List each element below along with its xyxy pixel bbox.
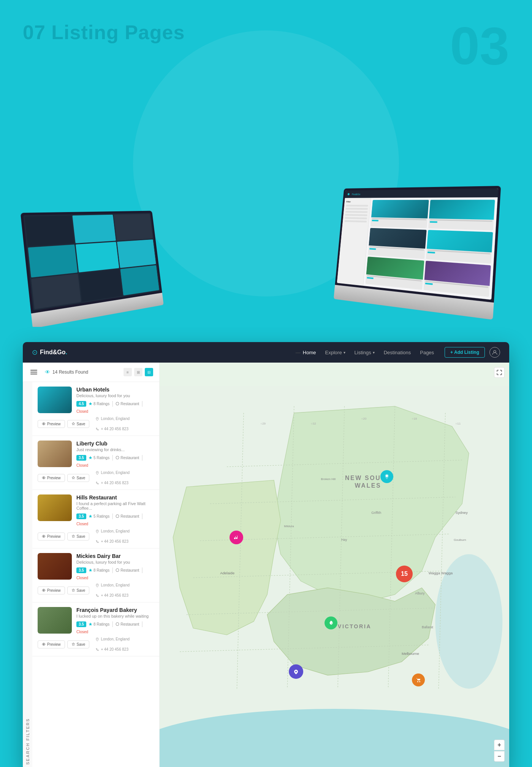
listing-description: Delicious, luxury food for you xyxy=(76,560,154,564)
svg-text:○11: ○11 xyxy=(455,422,461,425)
svg-text:Broken Hill: Broken Hill xyxy=(321,477,336,481)
map-svg: NEW SOUTH WALES VICTORIA Adelaide Melbou… xyxy=(160,363,509,767)
listing-thumbnail xyxy=(38,494,72,521)
listing-phone: + 44 20 456 823 xyxy=(95,593,128,597)
svg-text:○18: ○18 xyxy=(412,417,417,420)
listing-tags: 3.5 8 Ratings | Restaurant | Closed xyxy=(76,621,154,634)
mini-filter xyxy=(346,208,368,210)
listing-tags: 3.5 5 Ratings | Restaurant | Closed xyxy=(76,513,154,526)
listings-list: Urban Hotels Delicious, luxury food for … xyxy=(32,382,159,767)
save-button[interactable]: Save xyxy=(67,640,90,648)
svg-point-10 xyxy=(97,639,98,639)
listing-tags: 3.5 8 Ratings | Restaurant | Closed xyxy=(76,567,154,580)
page-number: 03 xyxy=(450,15,509,77)
listing-location: London, England xyxy=(95,471,130,475)
map-expand-button[interactable] xyxy=(494,367,505,378)
top-section: 07 Listing Pages 03 xyxy=(0,0,532,327)
mini-filter xyxy=(345,211,368,213)
zoom-in-button[interactable]: + xyxy=(494,740,505,750)
svg-point-1 xyxy=(43,423,44,425)
preview-button[interactable]: Preview xyxy=(38,532,65,540)
listing-category: Restaurant xyxy=(116,402,139,406)
listing-meta: London, England + 44 20 456 823 xyxy=(95,417,154,431)
app-nav: — Home Explore ▾ Listings ▾ Destinations… xyxy=(296,350,434,355)
filter-toggle-button[interactable] xyxy=(29,368,39,376)
logo-text[interactable]: Find&Go. xyxy=(40,349,67,356)
nav-pages[interactable]: Pages xyxy=(420,350,434,355)
list-view-icon[interactable]: ≡ xyxy=(124,368,132,376)
svg-text:Ballarat: Ballarat xyxy=(422,625,433,629)
listing-tags: 4.5 8 Ratings | Restaurant | Closed xyxy=(76,400,154,414)
screen-tile xyxy=(79,269,122,302)
listing-rating-count: 8 Ratings xyxy=(89,622,109,626)
listing-thumbnail xyxy=(38,441,72,467)
listing-description: I found a perfect parking all Five Watt … xyxy=(76,501,154,510)
svg-text:Goulburn: Goulburn xyxy=(454,538,466,542)
map-pin-teal[interactable] xyxy=(380,470,393,483)
grid-view-icon[interactable]: ⊞ xyxy=(134,368,142,376)
preview-button[interactable]: Preview xyxy=(38,420,65,428)
listing-phone: + 44 20 456 823 xyxy=(95,427,128,431)
map-pin-purple[interactable] xyxy=(289,664,303,679)
zoom-out-button[interactable]: − xyxy=(494,751,505,762)
svg-point-6 xyxy=(97,531,98,531)
svg-point-7 xyxy=(43,590,44,591)
add-listing-button[interactable]: + Add Listing xyxy=(445,347,485,358)
left-panel: 👁 14 Results Found ≡ ⊞ ⊟ Search Filters xyxy=(23,363,160,767)
results-badge: 👁 14 Results Found xyxy=(45,369,120,375)
map-pin-green[interactable] xyxy=(325,616,337,629)
save-button[interactable]: Save xyxy=(67,586,90,594)
listing-name: Hills Restaurant xyxy=(76,494,154,501)
results-count: 14 Results Found xyxy=(52,369,88,375)
screen-tile xyxy=(120,265,159,296)
app-header: ⊙ Find&Go. — Home Explore ▾ Listings ▾ xyxy=(23,342,509,363)
nav-destinations[interactable]: Destinations xyxy=(384,350,411,355)
laptop-left-device xyxy=(21,211,164,327)
map-toolbar xyxy=(494,367,505,378)
svg-point-9 xyxy=(43,644,44,645)
mini-dot xyxy=(348,193,350,195)
listing-tags: 3.5 5 Ratings | Restaurant | Closed xyxy=(76,454,154,467)
panel-toolbar: 👁 14 Results Found ≡ ⊞ ⊟ xyxy=(23,363,159,382)
listing-rating: 3.5 xyxy=(76,567,86,573)
map-pin-cluster-15[interactable]: 15 xyxy=(396,566,413,582)
svg-text:Albury: Albury xyxy=(415,591,425,595)
listing-status: Closed xyxy=(76,522,88,526)
app-window: ⊙ Find&Go. — Home Explore ▾ Listings ▾ xyxy=(23,342,509,767)
listing-item: Hills Restaurant I found a perfect parki… xyxy=(32,490,159,548)
save-button[interactable]: Save xyxy=(67,532,90,540)
listing-category: Restaurant xyxy=(116,514,139,518)
map-view-icon[interactable]: ⊟ xyxy=(145,368,153,376)
save-button[interactable]: Save xyxy=(67,474,90,482)
svg-point-46 xyxy=(419,681,420,682)
listing-location: London, England xyxy=(95,637,130,641)
mini-card xyxy=(366,257,424,290)
listing-info: Urban Hotels Delicious, luxury food for … xyxy=(76,387,154,414)
svg-text:Hay: Hay xyxy=(341,538,347,542)
mini-card xyxy=(368,228,426,259)
map-pin-shopping[interactable] xyxy=(412,674,425,686)
svg-point-0 xyxy=(494,350,496,353)
screen-tile xyxy=(72,215,116,243)
mini-card xyxy=(423,261,491,297)
map-panel: NEW SOUTH WALES VICTORIA Adelaide Melbou… xyxy=(160,363,509,767)
preview-button[interactable]: Preview xyxy=(38,640,65,648)
nav-listings[interactable]: Listings ▾ xyxy=(355,350,375,355)
map-pin-music[interactable] xyxy=(230,531,243,544)
nav-explore[interactable]: Explore ▾ xyxy=(325,350,345,355)
mini-filter xyxy=(344,220,367,222)
listing-item: Liberty Club Just reviewing for drinks..… xyxy=(32,436,159,490)
listing-phone: + 44 20 456 823 xyxy=(95,539,128,544)
save-button[interactable]: Save xyxy=(67,420,90,428)
mini-filter xyxy=(345,217,367,219)
svg-text:Melbourne: Melbourne xyxy=(402,651,419,656)
svg-text:○29: ○29 xyxy=(260,422,266,425)
user-icon[interactable] xyxy=(489,347,500,358)
map-zoom-controls: + − xyxy=(494,740,505,762)
nav-home[interactable]: — Home xyxy=(296,350,316,355)
preview-button[interactable]: Preview xyxy=(38,586,65,594)
listing-rating: 4.5 xyxy=(76,401,86,407)
listing-name: François Payard Bakery xyxy=(76,607,154,613)
preview-button[interactable]: Preview xyxy=(38,474,65,482)
listing-rating-count: 5 Ratings xyxy=(89,456,109,460)
